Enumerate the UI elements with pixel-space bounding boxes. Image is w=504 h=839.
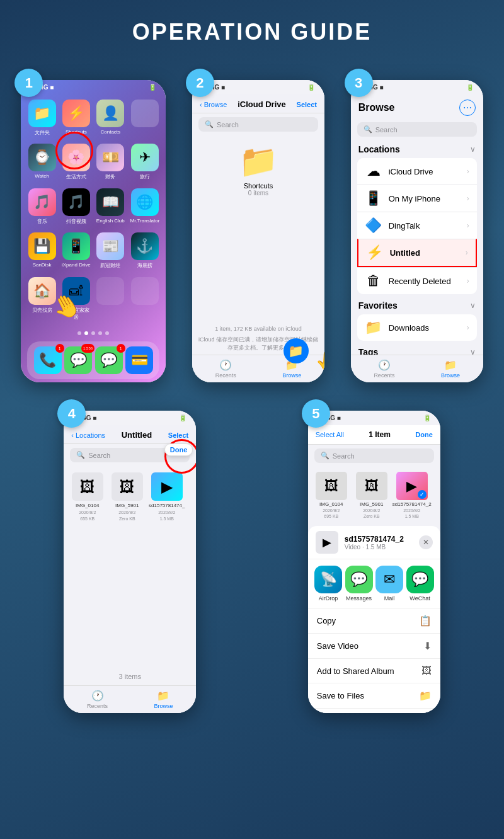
browse-content: Locations ∨ ☁ iCloud Drive › 📱 On [351,140,483,355]
step-1-container: 1 ■■ 4G ■ 🔋 📁 文件夹 ⚡ [21,80,166,382]
search-icon-4: 🔍 [76,451,85,459]
step-4-phone: ■■ 4G ■ 🔋 ‹ Locations Untitled Select 🔍 [64,411,196,713]
nav-bar-2: ‹ Browse iCloud Drive Select [192,94,324,113]
app-icon-travel[interactable]: ✈ 旅行 [130,144,160,183]
icloud-drive-screen: ■■ 4G ■ 🔋 ‹ Browse iCloud Drive Select 🔍 [192,80,324,382]
dock-alipay[interactable]: 💳 [125,346,153,374]
file-grid-4: 🖼 IMG_0104 2020/8/2 655 KB 🖼 IMG_5901 20… [64,466,196,527]
share-messages[interactable]: 💬 Messages [345,566,373,602]
file-sd157[interactable]: ▶ sd1575781474_ 2020/8/2 1.5 MB [149,472,184,521]
app-icon-ixpand[interactable]: 📱 iXpand Drive [62,232,91,271]
phone-icon: 📱 [365,190,382,207]
app-icon-finance[interactable]: 💴 财务 [96,144,125,183]
step-4-badge: 4 [57,399,86,428]
back-button-4[interactable]: ‹ Locations [71,431,105,439]
file5-img0104[interactable]: 🖼 IMG_0104 2020/8/2 695 KB [313,472,350,518]
tab-browse-4[interactable]: 📁 Browse [154,690,173,709]
file-img0104[interactable]: 🖼 IMG_0104 2020/8/2 655 KB [70,472,105,521]
favorites-group: 📁 Downloads › [357,314,477,341]
select-all-btn[interactable]: Select All [316,431,344,438]
tags-chevron: ∨ [470,348,476,355]
usb-icon: ⚡ [366,244,384,261]
step-3-badge: 3 [345,69,373,97]
browse-ellipsis[interactable]: ⋯ [459,100,476,116]
tab-recents-2[interactable]: 🕐 Recents [215,359,236,379]
tab-recents-4[interactable]: 🕐 Recents [87,690,108,709]
icloud-icon: ☁ [365,163,382,180]
share-mail[interactable]: ✉ Mail [375,566,403,602]
shortcuts-icon: ⚡ [62,100,90,127]
search-bar-2[interactable]: 🔍 Search [198,117,318,132]
share-wechat[interactable]: 💬 WeChat [406,566,434,602]
downloads-item[interactable]: 📁 Downloads › [357,314,477,341]
icloud-content: 📁 Shortcuts 0 items [192,135,324,323]
row-1: 1 ■■ 4G ■ 🔋 📁 文件夹 ⚡ [13,64,491,382]
tags-header: Tags ∨ [351,343,483,355]
wechat-icon: 💬 [406,566,434,593]
contacts-icon: 👤 [96,100,124,127]
browse-header: Browse ⋯ [351,94,483,118]
action-save-files[interactable]: Save to Files 📁 [308,683,440,709]
file-grid-5: 🖼 IMG_0104 2020/8/2 695 KB 🖼 IMG_5901 20… [308,467,440,523]
action-add-tags[interactable]: Add Tags 🏷 [308,709,440,713]
file5-sd157[interactable]: ▶ ✓ sd1575781474_2 2020/8/2 1.5 MB [394,472,430,518]
dock-messages[interactable]: 💬1,556 [64,346,92,374]
hand-pointer-3: 🤚 [480,190,483,214]
app-icon-douyin[interactable]: 🎵 抖音视频 [62,188,91,227]
browse-highlight: 📁 [284,338,309,363]
icloud-drive-item[interactable]: ☁ iCloud Drive › [357,158,477,185]
tab-bar-4: 🕐 Recents 📁 Browse [64,685,196,713]
recently-deleted-item[interactable]: 🗑 Recently Deleted › [357,267,477,294]
back-button-2[interactable]: ‹ Browse [200,101,227,108]
dock-phone[interactable]: 📞1 [34,346,62,374]
files-icon: 📁 [28,100,56,127]
done-btn-5[interactable]: Done [415,431,433,438]
app-icon-blank2 [96,277,125,323]
step-1-phone: ■■ 4G ■ 🔋 📁 文件夹 ⚡ Shortcuts [21,80,166,382]
close-share-btn[interactable]: ✕ [419,535,433,549]
tab-browse-3[interactable]: 📁 Browse [441,359,460,379]
select-text-overlay[interactable]: Done [164,443,193,456]
onmyphone-item[interactable]: 📱 On My iPhone › [357,185,477,212]
app-icon-hidesea[interactable]: ⚓ 海底捞 [130,232,160,271]
share-airdrop[interactable]: 📡 AirDrop [314,566,342,602]
select-button-4[interactable]: Select [168,431,188,439]
home-screen: ■■ 4G ■ 🔋 📁 文件夹 ⚡ Shortcuts [21,80,166,382]
dingtalk-item[interactable]: 🔷 DingTalk › [357,212,477,239]
nav-title-4: Untitled [122,430,152,440]
action-add-shared-album[interactable]: Add to Shared Album 🖼 [308,659,440,683]
search-bar-5[interactable]: 🔍 Search [314,448,434,463]
hand-pointer-2: 🤚 [315,349,324,373]
locations-group: ☁ iCloud Drive › 📱 On My iPhone › 🔷 [357,158,477,294]
search-icon-3: 🔍 [364,125,372,134]
page-dots [21,328,166,338]
app-icon-contacts[interactable]: 👤 Contacts [96,100,125,139]
tab-recents-3[interactable]: 🕐 Recents [374,359,394,379]
share-apps-row: 📡 AirDrop 💬 Messages ✉ Mail [308,559,440,608]
locations-header: Locations ∨ [351,140,483,156]
step-3-phone: ■■ 4G ■ 🔋 Browse ⋯ 🔍 Search Loca [351,80,483,382]
step-5-container: 5 ■■ 4G ■ 🔋 Select All 1 Item Done 🔍 Sea… [308,411,440,713]
app-icon-music[interactable]: 🎵 音乐 [27,188,56,227]
locations-chevron: ∨ [470,145,476,154]
action-copy[interactable]: Copy 📋 [308,608,440,634]
step-5-phone: ■■ 4G ■ 🔋 Select All 1 Item Done 🔍 Searc… [308,411,440,713]
item-count-5: 1 Item [369,430,391,439]
action-save-video[interactable]: Save Video ⬇ [308,634,440,659]
app-icon-sandisk[interactable]: 💾 SanDisk [27,232,56,271]
search-bar-3[interactable]: 🔍 Search [357,122,477,137]
file-img5901[interactable]: 🖼 IMG_5901 2020/8/2 Zero KB [110,472,144,521]
app-icon-translator[interactable]: 🌐 Mr.Translator [130,188,160,227]
untitled-item[interactable]: ⚡ Untitled › [357,239,477,267]
file5-img5901[interactable]: 🖼 IMG_5901 2020/8/2 Zero KB [353,472,390,518]
tab-bar-3: 🕐 Recents 📁 Browse [351,355,483,382]
app-icon-watch[interactable]: ⌚ Watch [27,144,56,183]
home-grid: 📁 文件夹 ⚡ Shortcuts 👤 Contacts [21,94,166,328]
shortcuts-folder[interactable]: 📁 Shortcuts 0 items [192,135,324,204]
app-icon-files[interactable]: 📁 文件夹 [27,100,56,139]
dock-wechat[interactable]: 💬1 [95,346,123,374]
search-icon-5: 🔍 [321,452,329,460]
app-icon-english[interactable]: 📖 English Club [96,188,125,227]
app-icon-app2[interactable]: 📰 新冠财经 [96,232,125,271]
select-button-2[interactable]: Select [297,101,317,108]
